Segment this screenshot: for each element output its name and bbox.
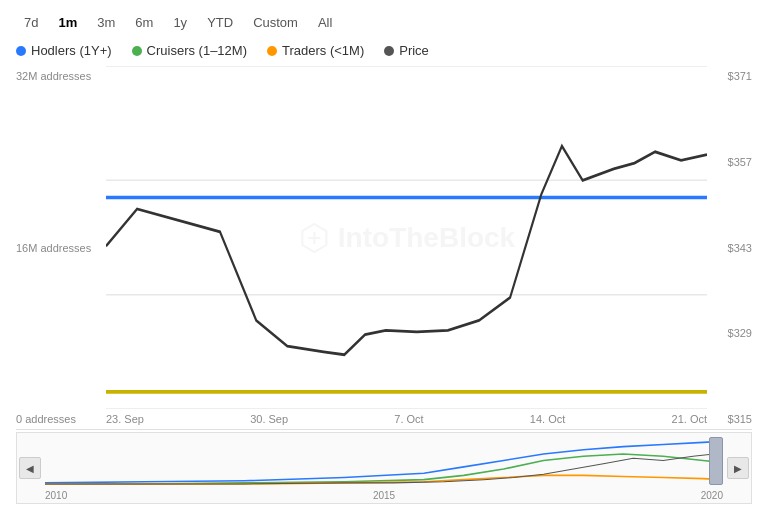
- y-label-top: 32M addresses: [16, 70, 106, 82]
- price-3: $343: [707, 242, 752, 254]
- chart-svg: [106, 66, 707, 409]
- price-top: $371: [707, 70, 752, 82]
- mini-chart-container: ◀ ▶ 2010 2015 2020: [16, 432, 752, 504]
- legend-label-traders: Traders (<1M): [282, 43, 364, 58]
- legend-dot-hodlers: [16, 46, 26, 56]
- mini-x-2020: 2020: [701, 490, 723, 501]
- chart-svg-area: IntoTheBlock: [106, 66, 707, 409]
- scroll-handle[interactable]: [709, 437, 723, 485]
- mini-chart-svg: [45, 437, 723, 485]
- price-bottom: $315: [707, 413, 752, 425]
- legend-dot-cruisers: [132, 46, 142, 56]
- legend-item-traders: Traders (<1M): [267, 43, 364, 58]
- y-label-bottom: 0 addresses: [16, 413, 106, 425]
- time-btn-7d[interactable]: 7d: [16, 12, 46, 33]
- price-4: $329: [707, 327, 752, 339]
- time-btn-6m[interactable]: 6m: [127, 12, 161, 33]
- time-btn-ytd[interactable]: YTD: [199, 12, 241, 33]
- x-label-1: 23. Sep: [106, 413, 144, 425]
- legend-item-cruisers: Cruisers (1–12M): [132, 43, 247, 58]
- y-label-mid: 16M addresses: [16, 242, 106, 254]
- mini-x-axis: 2010 2015 2020: [45, 490, 723, 501]
- y-axis-right: $371 $357 $343 $329 $315: [707, 66, 752, 429]
- time-btn-custom[interactable]: Custom: [245, 12, 306, 33]
- time-filters: 7d1m3m6m1yYTDCustomAll: [16, 12, 752, 33]
- mini-x-2015: 2015: [373, 490, 395, 501]
- main-chart-area: 32M addresses 16M addresses 0 addresses …: [16, 66, 752, 430]
- mini-x-2010: 2010: [45, 490, 67, 501]
- mini-chart-inner: [45, 437, 723, 485]
- main-chart: 32M addresses 16M addresses 0 addresses …: [16, 66, 752, 429]
- x-label-4: 14. Oct: [530, 413, 565, 425]
- legend-item-price: Price: [384, 43, 429, 58]
- main-container: 7d1m3m6m1yYTDCustomAll Hodlers (1Y+)Crui…: [0, 0, 768, 512]
- x-label-2: 30. Sep: [250, 413, 288, 425]
- time-btn-all[interactable]: All: [310, 12, 340, 33]
- scroll-right-button[interactable]: ▶: [727, 457, 749, 479]
- time-btn-3m[interactable]: 3m: [89, 12, 123, 33]
- time-btn-1y[interactable]: 1y: [165, 12, 195, 33]
- legend-label-hodlers: Hodlers (1Y+): [31, 43, 112, 58]
- legend-label-cruisers: Cruisers (1–12M): [147, 43, 247, 58]
- legend-dot-price: [384, 46, 394, 56]
- x-label-3: 7. Oct: [394, 413, 423, 425]
- price-2: $357: [707, 156, 752, 168]
- x-label-5: 21. Oct: [672, 413, 707, 425]
- legend: Hodlers (1Y+)Cruisers (1–12M)Traders (<1…: [16, 43, 752, 58]
- time-btn-1m[interactable]: 1m: [50, 12, 85, 33]
- scroll-left-button[interactable]: ◀: [19, 457, 41, 479]
- x-axis: 23. Sep 30. Sep 7. Oct 14. Oct 21. Oct: [106, 409, 707, 429]
- y-axis-left: 32M addresses 16M addresses 0 addresses: [16, 66, 106, 429]
- legend-dot-traders: [267, 46, 277, 56]
- legend-item-hodlers: Hodlers (1Y+): [16, 43, 112, 58]
- legend-label-price: Price: [399, 43, 429, 58]
